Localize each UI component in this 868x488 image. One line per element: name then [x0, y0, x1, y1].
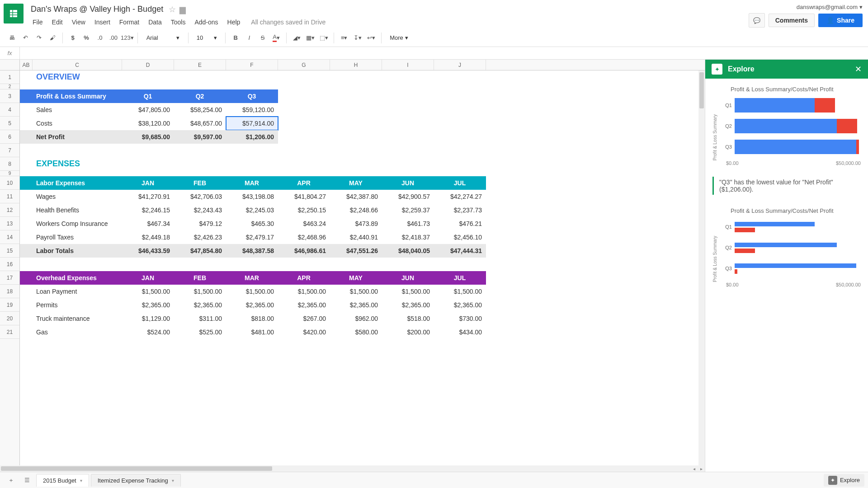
- cell[interactable]: Sales: [33, 103, 122, 117]
- cell[interactable]: $2,365.00: [278, 298, 330, 312]
- cell[interactable]: $2,245.03: [226, 203, 278, 217]
- strikethrough-button[interactable]: S: [256, 32, 269, 44]
- close-icon[interactable]: ✕: [855, 64, 862, 74]
- cell[interactable]: [122, 144, 174, 157]
- cell[interactable]: $200.00: [382, 325, 434, 339]
- cell[interactable]: [20, 157, 33, 171]
- cell[interactable]: $2,418.37: [382, 230, 434, 244]
- row-header[interactable]: 9: [0, 171, 19, 176]
- cell[interactable]: [434, 130, 486, 144]
- wrap-button[interactable]: ↩ ▾: [365, 32, 377, 44]
- sheet-tab-itemized[interactable]: Itemized Expense Tracking ▾: [91, 474, 181, 487]
- cell[interactable]: FEB: [174, 176, 226, 190]
- cell[interactable]: $580.00: [330, 325, 382, 339]
- cell[interactable]: $42,387.80: [330, 190, 382, 203]
- cell[interactable]: $730.00: [434, 312, 486, 325]
- cell[interactable]: $1,500.00: [434, 285, 486, 298]
- cell[interactable]: $2,449.18: [122, 230, 174, 244]
- cell[interactable]: [434, 157, 486, 171]
- sheets-logo[interactable]: [4, 4, 24, 23]
- horizontal-scrollbar[interactable]: ◂ ▸: [0, 465, 705, 472]
- cell[interactable]: $420.00: [278, 325, 330, 339]
- column-header[interactable]: E: [174, 60, 226, 70]
- cell[interactable]: $267.00: [278, 312, 330, 325]
- cell[interactable]: [330, 258, 382, 271]
- font-size-select[interactable]: 10 ▾: [192, 32, 222, 44]
- cell[interactable]: $2,479.17: [226, 230, 278, 244]
- explore-chart-grouped[interactable]: Profit & Loss Summary/Costs/Net Profit P…: [712, 207, 861, 287]
- cell[interactable]: $1,129.00: [122, 312, 174, 325]
- cell[interactable]: [20, 203, 33, 217]
- cell[interactable]: $1,500.00: [174, 285, 226, 298]
- cell[interactable]: [122, 70, 174, 84]
- cell[interactable]: $42,274.27: [434, 190, 486, 203]
- cell[interactable]: $2,365.00: [174, 298, 226, 312]
- row-header[interactable]: 13: [0, 217, 19, 230]
- cell[interactable]: [174, 157, 226, 171]
- cell[interactable]: MAR: [226, 271, 278, 285]
- cell[interactable]: [20, 230, 33, 244]
- cell[interactable]: Profit & Loss Summary: [33, 89, 122, 103]
- cell[interactable]: [20, 130, 33, 144]
- font-select[interactable]: Arial ▾: [142, 32, 184, 44]
- row-header[interactable]: 11: [0, 190, 19, 203]
- document-title[interactable]: Dan's Wraps @ Valley High - Budget: [29, 4, 165, 15]
- cell[interactable]: [20, 84, 33, 89]
- cell[interactable]: $1,206.00: [226, 130, 278, 144]
- cell[interactable]: [330, 171, 382, 176]
- percent-button[interactable]: %: [80, 32, 93, 44]
- cell[interactable]: [33, 171, 122, 176]
- menu-view[interactable]: View: [68, 17, 89, 28]
- cell[interactable]: [434, 117, 486, 130]
- all-sheets-button[interactable]: ☰: [20, 474, 34, 487]
- fill-color-button[interactable]: ◢ ▾: [290, 32, 303, 44]
- cell[interactable]: $47,854.80: [174, 244, 226, 258]
- row-header[interactable]: 20: [0, 312, 19, 325]
- cell[interactable]: $9,685.00: [122, 130, 174, 144]
- cell[interactable]: $525.00: [174, 325, 226, 339]
- share-button[interactable]: 👤 Share: [818, 14, 863, 27]
- cell[interactable]: [20, 258, 33, 271]
- cell[interactable]: [382, 103, 434, 117]
- menu-edit[interactable]: Edit: [48, 17, 66, 28]
- cell[interactable]: $2,365.00: [382, 298, 434, 312]
- redo-button[interactable]: ↷: [33, 32, 45, 44]
- cell[interactable]: [33, 144, 122, 157]
- cell[interactable]: [382, 130, 434, 144]
- cell[interactable]: [278, 130, 330, 144]
- cell[interactable]: [20, 244, 33, 258]
- paint-format-button[interactable]: 🖌: [46, 32, 59, 44]
- cell[interactable]: FEB: [174, 271, 226, 285]
- cell[interactable]: MAY: [330, 176, 382, 190]
- cell[interactable]: [382, 89, 434, 103]
- menu-format[interactable]: Format: [116, 17, 143, 28]
- cell[interactable]: [434, 89, 486, 103]
- menu-tools[interactable]: Tools: [167, 17, 189, 28]
- row-header[interactable]: 2: [0, 84, 19, 89]
- cell[interactable]: [382, 84, 434, 89]
- row-header[interactable]: 4: [0, 103, 19, 117]
- explore-chart-stacked[interactable]: Profit & Loss Summary/Costs/Net Profit P…: [712, 86, 861, 166]
- menu-insert[interactable]: Insert: [91, 17, 114, 28]
- cell[interactable]: MAY: [330, 271, 382, 285]
- scroll-right-button[interactable]: ▸: [698, 465, 705, 472]
- cell[interactable]: [382, 258, 434, 271]
- menu-data[interactable]: Data: [145, 17, 165, 28]
- cell[interactable]: [20, 298, 33, 312]
- row-header[interactable]: 12: [0, 203, 19, 217]
- cell[interactable]: [382, 144, 434, 157]
- cell[interactable]: Loan Payment: [33, 285, 122, 298]
- cell[interactable]: $524.00: [122, 325, 174, 339]
- column-header[interactable]: D: [122, 60, 174, 70]
- cell[interactable]: Overhead Expenses: [33, 271, 122, 285]
- cell[interactable]: [330, 70, 382, 84]
- cell[interactable]: $479.12: [174, 217, 226, 230]
- star-icon[interactable]: ☆: [169, 5, 176, 14]
- text-color-button[interactable]: A ▾: [270, 32, 283, 44]
- cell[interactable]: $2,248.66: [330, 203, 382, 217]
- cell[interactable]: $9,597.00: [174, 130, 226, 144]
- cell[interactable]: [33, 84, 122, 89]
- cell[interactable]: $2,259.37: [382, 203, 434, 217]
- cell[interactable]: [382, 171, 434, 176]
- cell[interactable]: [20, 103, 33, 117]
